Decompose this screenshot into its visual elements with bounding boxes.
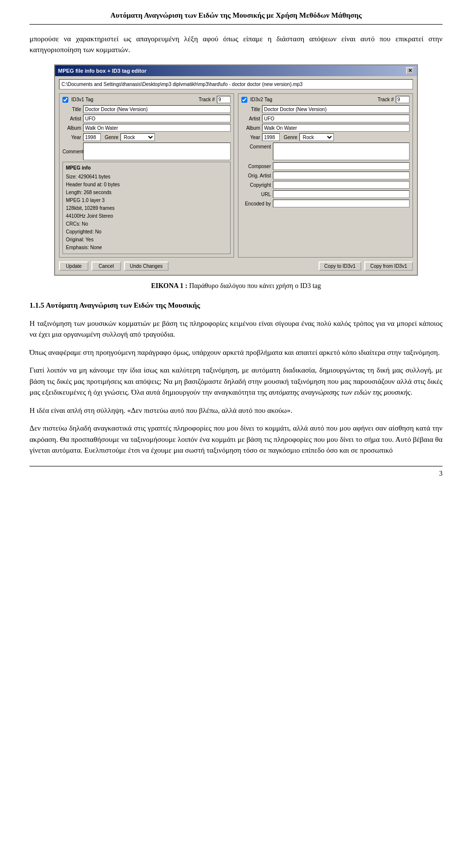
update-button[interactable]: Update — [59, 261, 88, 271]
section-heading: 1.1.5 Αυτόματη Αναγνώριση των Ειδών της … — [30, 300, 442, 311]
close-button[interactable]: ✕ — [406, 67, 414, 74]
id3v2-orig-artist-row: Orig. Artist — [241, 172, 410, 179]
page-number-value: 3 — [439, 470, 442, 477]
id3v2-orig-artist-input[interactable] — [273, 172, 410, 179]
id3v2-artist-input[interactable] — [262, 115, 410, 122]
dialog-body: C:\Documents and Settings\thanasis\Deskt… — [55, 76, 417, 275]
figure-caption-text: Παράθυρο διαλόγου που κάνει χρήση ο ID3 … — [189, 282, 321, 289]
intro-paragraph: μπορούσε να χαρακτηριστεί ως απαγορευμέν… — [30, 33, 442, 56]
id3v1-comment-label: Comment — [62, 148, 81, 155]
mpeg-info-line-9: Emphasis: None — [66, 244, 227, 252]
id3v2-checkbox-label: ID3v2 Tag — [250, 96, 272, 103]
id3v1-year-genre-row: Year Genre Rock Pop Jazz Classical — [62, 133, 231, 141]
id3v2-extra-fields: Composer Orig. Artist Copyright URL — [241, 162, 410, 207]
mpeg-info-box: MPEG info Size: 4290641 bytes Header fou… — [62, 162, 231, 254]
mpeg-info-line-4: 128kbit, 10289 frames — [66, 204, 227, 212]
mpeg-info-line-6: CRCs: No — [66, 220, 227, 228]
id3v2-track-label: Track # — [378, 96, 394, 103]
mpeg-info-line-2: Length: 268 seconds — [66, 189, 227, 197]
dialog-container: MPEG file info box + ID3 tag editor ✕ C:… — [30, 64, 442, 276]
id3v1-title-input[interactable] — [83, 105, 231, 113]
id3v2-box: ID3v2 Tag Track # Title Artist — [238, 93, 413, 258]
id3v2-url-row: URL — [241, 190, 410, 198]
id3v1-album-row: Album — [62, 124, 231, 132]
button-bar: Update Cancel Undo Changes Copy to ID3v1… — [59, 261, 413, 271]
id3v1-title-label: Title — [62, 106, 81, 113]
id3v2-album-input[interactable] — [262, 124, 410, 132]
id3v2-copyright-label: Copyright — [241, 181, 271, 189]
section-para-2: Γιατί λοιπόν να μη κάνουμε την ίδια ίσως… — [30, 365, 442, 398]
header-title: Αυτόματη Αναγνώριση των Ειδών της Μουσικ… — [110, 11, 361, 19]
id3v2-comment-row: Comment — [241, 143, 410, 160]
id3v2-encoded-label: Encoded by — [241, 200, 271, 207]
id3v2-copyright-input[interactable] — [273, 181, 410, 189]
id3v1-genre-label: Genre — [105, 134, 118, 141]
id3v2-album-row: Album — [241, 124, 410, 132]
mpeg-info-title: MPEG info — [66, 164, 227, 172]
id3v2-title-label: Title — [241, 106, 260, 113]
mpeg-info-line-5: 44100Hz Joint Stereo — [66, 212, 227, 220]
mpeg-info-line-1: Header found at: 0 bytes — [66, 181, 227, 189]
id3v1-checkbox[interactable] — [62, 97, 68, 103]
id3v2-genre-select[interactable]: Rock Pop Jazz Classical — [299, 133, 334, 141]
id3v1-track-label-group: Track # — [199, 96, 231, 103]
id3v2-track-field[interactable] — [396, 96, 410, 103]
id3v1-artist-row: Artist — [62, 115, 231, 122]
id3v2-artist-label: Artist — [241, 115, 260, 122]
cancel-button[interactable]: Cancel — [91, 261, 121, 271]
id3v2-encoded-input[interactable] — [273, 200, 410, 207]
id3v1-year-label: Year — [62, 134, 81, 141]
section-para-4: Δεν πιστεύω δηλαδή αναγκαστικά στις γραπ… — [30, 423, 442, 456]
id3v1-comment-row: Comment — [62, 143, 231, 160]
copy-from-id3v1-button[interactable]: Copy from ID3v1 — [364, 261, 413, 271]
id3v2-title-row: Title — [241, 105, 410, 113]
id3v2-comment-label: Comment — [241, 143, 271, 150]
filepath-bar: C:\Documents and Settings\thanasis\Deskt… — [59, 79, 413, 89]
id3v2-composer-label: Composer — [241, 163, 271, 170]
section-para-0: Η ταξινόμηση των μουσικών κομματιών με β… — [30, 318, 442, 340]
tags-row: ID3v1 Tag Track # Title Artist — [59, 93, 413, 258]
page-number: 3 — [30, 466, 442, 479]
id3v2-checkbox[interactable] — [241, 97, 247, 103]
id3v1-track-label: Track # — [199, 96, 215, 103]
id3v2-year-genre-row: Year Genre Rock Pop Jazz Classical — [241, 133, 410, 141]
id3v1-box: ID3v1 Tag Track # Title Artist — [59, 93, 234, 258]
id3v2-genre-label: Genre — [284, 134, 297, 141]
id3v1-header: ID3v1 Tag Track # — [62, 96, 231, 103]
id3v2-header: ID3v2 Tag Track # — [241, 96, 410, 103]
id3v1-album-input[interactable] — [83, 124, 231, 132]
id3v1-comment-area[interactable] — [83, 143, 231, 160]
id3v2-url-label: URL — [241, 191, 271, 198]
id3v2-copyright-row: Copyright — [241, 181, 410, 189]
id3v2-encoded-row: Encoded by — [241, 200, 410, 207]
btn-group-right: Copy to ID3v1 Copy from ID3v1 — [319, 261, 413, 271]
id3v2-comment-area[interactable] — [273, 143, 410, 160]
id3v1-artist-label: Artist — [62, 115, 81, 122]
undo-changes-button[interactable]: Undo Changes — [124, 261, 169, 271]
id3v1-artist-input[interactable] — [83, 115, 231, 122]
btn-group-left: Update Cancel Undo Changes — [59, 261, 169, 271]
mpeg-info-line-8: Original: Yes — [66, 236, 227, 244]
mpeg-info-line-3: MPEG 1.0 layer 3 — [66, 197, 227, 204]
section-para-1: Όπως αναφέραμε στη προηγούμενη παράγραφο… — [30, 347, 442, 358]
id3v1-title-row: Title — [62, 105, 231, 113]
copy-to-id3v1-button[interactable]: Copy to ID3v1 — [319, 261, 361, 271]
mpeg-info-line-0: Size: 4290641 bytes — [66, 173, 227, 181]
italic-phrase-1: αυτόματης αναγνώρισης των ειδών της μουσ… — [269, 388, 411, 396]
id3v1-genre-select[interactable]: Rock Pop Jazz Classical — [120, 133, 155, 141]
id3v2-artist-row: Artist — [241, 115, 410, 122]
id3v2-title-input[interactable] — [262, 105, 410, 113]
id3v2-composer-input[interactable] — [273, 162, 410, 170]
id3v1-album-label: Album — [62, 124, 81, 132]
figure-caption-label: ΕΙΚΟΝΑ 1 : — [151, 282, 187, 289]
id3v2-composer-row: Composer — [241, 162, 410, 170]
id3v1-year-input[interactable] — [83, 133, 101, 141]
id3v1-checkbox-label: ID3v1 Tag — [71, 96, 93, 103]
id3v2-year-label: Year — [241, 134, 260, 141]
dialog-title: MPEG file info box + ID3 tag editor — [58, 67, 147, 75]
id3v2-url-input[interactable] — [273, 190, 410, 198]
dialog-window: MPEG file info box + ID3 tag editor ✕ C:… — [54, 64, 418, 276]
id3v2-year-input[interactable] — [262, 133, 280, 141]
id3v1-track-field[interactable] — [217, 96, 231, 103]
dialog-titlebar: MPEG file info box + ID3 tag editor ✕ — [55, 65, 417, 77]
